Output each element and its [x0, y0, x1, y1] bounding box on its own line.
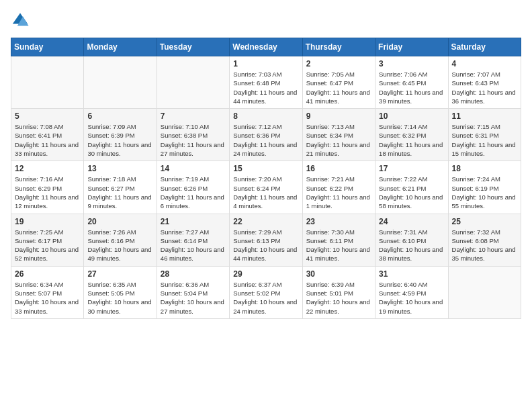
day-number: 10	[379, 111, 444, 121]
day-number: 12	[15, 164, 80, 173]
day-info: Sunrise: 7:20 AM Sunset: 6:24 PM Dayligh…	[233, 175, 298, 210]
day-number: 21	[161, 217, 226, 226]
day-number: 2	[306, 59, 371, 68]
day-info: Sunrise: 6:37 AM Sunset: 5:02 PM Dayligh…	[233, 280, 298, 316]
day-header-saturday: Saturday	[448, 38, 521, 56]
day-header-sunday: Sunday	[11, 38, 84, 56]
calendar-cell: 20Sunrise: 7:26 AM Sunset: 6:16 PM Dayli…	[84, 214, 157, 266]
day-info: Sunrise: 7:15 AM Sunset: 6:31 PM Dayligh…	[452, 122, 517, 158]
calendar-week-row: 1Sunrise: 7:03 AM Sunset: 6:48 PM Daylig…	[11, 56, 521, 109]
day-info: Sunrise: 7:19 AM Sunset: 6:26 PM Dayligh…	[161, 175, 226, 210]
calendar-cell: 13Sunrise: 7:18 AM Sunset: 6:27 PM Dayli…	[84, 161, 157, 214]
day-header-monday: Monday	[84, 38, 157, 56]
day-number: 1	[233, 59, 298, 68]
day-number: 28	[161, 269, 226, 279]
day-info: Sunrise: 6:39 AM Sunset: 5:01 PM Dayligh…	[306, 280, 371, 316]
calendar-cell: 2Sunrise: 7:05 AM Sunset: 6:47 PM Daylig…	[302, 56, 375, 109]
day-number: 3	[379, 59, 444, 68]
calendar-cell	[157, 56, 229, 109]
day-number: 15	[233, 164, 298, 173]
calendar-cell: 24Sunrise: 7:31 AM Sunset: 6:10 PM Dayli…	[375, 214, 448, 266]
day-number: 14	[161, 164, 226, 173]
day-number: 26	[15, 269, 80, 279]
calendar-cell: 17Sunrise: 7:22 AM Sunset: 6:21 PM Dayli…	[375, 161, 448, 214]
calendar-cell: 28Sunrise: 6:36 AM Sunset: 5:04 PM Dayli…	[157, 266, 229, 318]
day-info: Sunrise: 7:03 AM Sunset: 6:48 PM Dayligh…	[233, 70, 298, 105]
day-info: Sunrise: 7:29 AM Sunset: 6:13 PM Dayligh…	[233, 228, 298, 263]
day-number: 23	[306, 217, 371, 226]
calendar-cell: 31Sunrise: 6:40 AM Sunset: 4:59 PM Dayli…	[375, 266, 448, 318]
day-header-wednesday: Wednesday	[230, 38, 302, 56]
day-info: Sunrise: 7:21 AM Sunset: 6:22 PM Dayligh…	[306, 175, 371, 210]
day-info: Sunrise: 7:09 AM Sunset: 6:39 PM Dayligh…	[87, 122, 152, 158]
day-number: 24	[379, 217, 444, 226]
day-number: 4	[452, 59, 517, 68]
calendar-cell: 18Sunrise: 7:24 AM Sunset: 6:19 PM Dayli…	[448, 161, 521, 214]
day-number: 19	[15, 217, 80, 226]
calendar-cell: 23Sunrise: 7:30 AM Sunset: 6:11 PM Dayli…	[302, 214, 375, 266]
calendar-cell	[448, 266, 521, 318]
calendar-cell: 30Sunrise: 6:39 AM Sunset: 5:01 PM Dayli…	[302, 266, 375, 318]
page-header	[11, 11, 521, 30]
day-number: 22	[233, 217, 298, 226]
day-number: 6	[87, 111, 152, 121]
day-number: 11	[452, 111, 517, 121]
day-info: Sunrise: 7:14 AM Sunset: 6:32 PM Dayligh…	[379, 122, 444, 158]
day-info: Sunrise: 7:07 AM Sunset: 6:43 PM Dayligh…	[452, 70, 517, 105]
calendar-week-row: 12Sunrise: 7:16 AM Sunset: 6:29 PM Dayli…	[11, 161, 521, 214]
calendar-cell: 4Sunrise: 7:07 AM Sunset: 6:43 PM Daylig…	[448, 56, 521, 109]
day-info: Sunrise: 6:34 AM Sunset: 5:07 PM Dayligh…	[15, 280, 80, 316]
day-info: Sunrise: 7:08 AM Sunset: 6:41 PM Dayligh…	[15, 122, 80, 158]
day-number: 29	[233, 269, 298, 279]
calendar-cell: 14Sunrise: 7:19 AM Sunset: 6:26 PM Dayli…	[157, 161, 229, 214]
day-number: 9	[306, 111, 371, 121]
day-info: Sunrise: 7:05 AM Sunset: 6:47 PM Dayligh…	[306, 70, 371, 105]
day-number: 18	[452, 164, 517, 173]
calendar-cell: 19Sunrise: 7:25 AM Sunset: 6:17 PM Dayli…	[11, 214, 84, 266]
calendar-week-row: 19Sunrise: 7:25 AM Sunset: 6:17 PM Dayli…	[11, 214, 521, 266]
calendar-cell: 26Sunrise: 6:34 AM Sunset: 5:07 PM Dayli…	[11, 266, 84, 318]
day-info: Sunrise: 7:26 AM Sunset: 6:16 PM Dayligh…	[87, 228, 152, 263]
day-info: Sunrise: 7:32 AM Sunset: 6:08 PM Dayligh…	[452, 228, 517, 263]
calendar-cell: 8Sunrise: 7:12 AM Sunset: 6:36 PM Daylig…	[230, 109, 302, 161]
day-number: 17	[379, 164, 444, 173]
calendar-cell	[84, 56, 157, 109]
logo-icon	[11, 11, 30, 30]
day-number: 31	[379, 269, 444, 279]
calendar-cell	[11, 56, 84, 109]
calendar-cell: 16Sunrise: 7:21 AM Sunset: 6:22 PM Dayli…	[302, 161, 375, 214]
day-number: 13	[87, 164, 152, 173]
day-info: Sunrise: 7:10 AM Sunset: 6:38 PM Dayligh…	[161, 122, 226, 158]
calendar-cell: 7Sunrise: 7:10 AM Sunset: 6:38 PM Daylig…	[157, 109, 229, 161]
day-info: Sunrise: 7:30 AM Sunset: 6:11 PM Dayligh…	[306, 228, 371, 263]
calendar-header-row: SundayMondayTuesdayWednesdayThursdayFrid…	[11, 38, 521, 56]
day-number: 20	[87, 217, 152, 226]
logo	[11, 11, 32, 30]
day-info: Sunrise: 6:35 AM Sunset: 5:05 PM Dayligh…	[87, 280, 152, 316]
calendar-week-row: 5Sunrise: 7:08 AM Sunset: 6:41 PM Daylig…	[11, 109, 521, 161]
calendar-cell: 29Sunrise: 6:37 AM Sunset: 5:02 PM Dayli…	[230, 266, 302, 318]
day-info: Sunrise: 6:40 AM Sunset: 4:59 PM Dayligh…	[379, 280, 444, 316]
day-info: Sunrise: 7:18 AM Sunset: 6:27 PM Dayligh…	[87, 175, 152, 210]
day-info: Sunrise: 7:22 AM Sunset: 6:21 PM Dayligh…	[379, 175, 444, 210]
day-number: 16	[306, 164, 371, 173]
day-number: 7	[161, 111, 226, 121]
calendar-cell: 22Sunrise: 7:29 AM Sunset: 6:13 PM Dayli…	[230, 214, 302, 266]
day-header-thursday: Thursday	[302, 38, 375, 56]
day-info: Sunrise: 7:13 AM Sunset: 6:34 PM Dayligh…	[306, 122, 371, 158]
calendar-cell: 27Sunrise: 6:35 AM Sunset: 5:05 PM Dayli…	[84, 266, 157, 318]
day-number: 27	[87, 269, 152, 279]
calendar-cell: 12Sunrise: 7:16 AM Sunset: 6:29 PM Dayli…	[11, 161, 84, 214]
day-number: 25	[452, 217, 517, 226]
calendar-cell: 10Sunrise: 7:14 AM Sunset: 6:32 PM Dayli…	[375, 109, 448, 161]
day-info: Sunrise: 6:36 AM Sunset: 5:04 PM Dayligh…	[161, 280, 226, 316]
calendar-cell: 1Sunrise: 7:03 AM Sunset: 6:48 PM Daylig…	[230, 56, 302, 109]
day-info: Sunrise: 7:31 AM Sunset: 6:10 PM Dayligh…	[379, 228, 444, 263]
calendar-cell: 9Sunrise: 7:13 AM Sunset: 6:34 PM Daylig…	[302, 109, 375, 161]
calendar-cell: 3Sunrise: 7:06 AM Sunset: 6:45 PM Daylig…	[375, 56, 448, 109]
day-info: Sunrise: 7:16 AM Sunset: 6:29 PM Dayligh…	[15, 175, 80, 210]
day-info: Sunrise: 7:06 AM Sunset: 6:45 PM Dayligh…	[379, 70, 444, 105]
day-number: 8	[233, 111, 298, 121]
day-number: 30	[306, 269, 371, 279]
calendar-cell: 5Sunrise: 7:08 AM Sunset: 6:41 PM Daylig…	[11, 109, 84, 161]
